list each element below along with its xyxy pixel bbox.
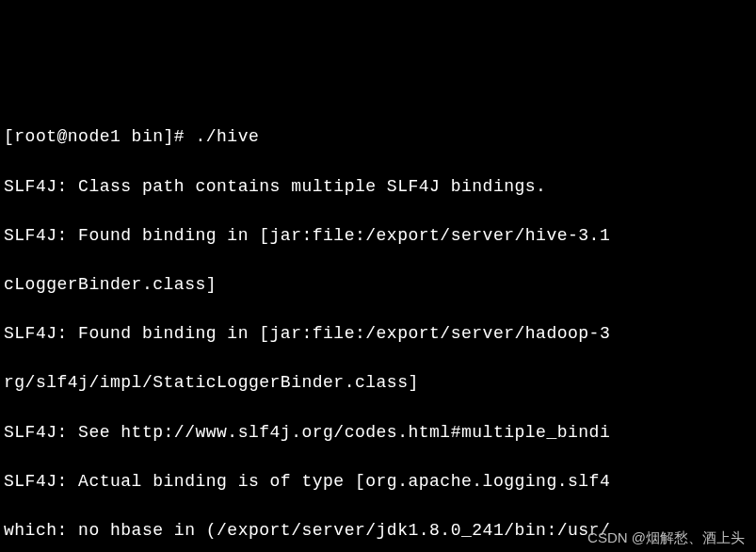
terminal-line: SLF4J: Found binding in [jar:file:/expor… <box>4 223 752 248</box>
terminal-line: cLoggerBinder.class] <box>4 272 752 297</box>
terminal-line: SLF4J: See http://www.slf4j.org/codes.ht… <box>4 420 752 445</box>
csdn-watermark: CSDN @烟解愁、酒上头 <box>587 528 745 548</box>
terminal-line: rg/slf4j/impl/StaticLoggerBinder.class] <box>4 370 752 395</box>
terminal-output[interactable]: [root@node1 bin]# ./hive SLF4J: Class pa… <box>4 100 752 552</box>
terminal-line: SLF4J: Class path contains multiple SLF4… <box>4 174 752 199</box>
terminal-line: SLF4J: Found binding in [jar:file:/expor… <box>4 321 752 346</box>
terminal-line: SLF4J: Actual binding is of type [org.ap… <box>4 469 752 494</box>
terminal-line: [root@node1 bin]# ./hive <box>4 124 752 149</box>
